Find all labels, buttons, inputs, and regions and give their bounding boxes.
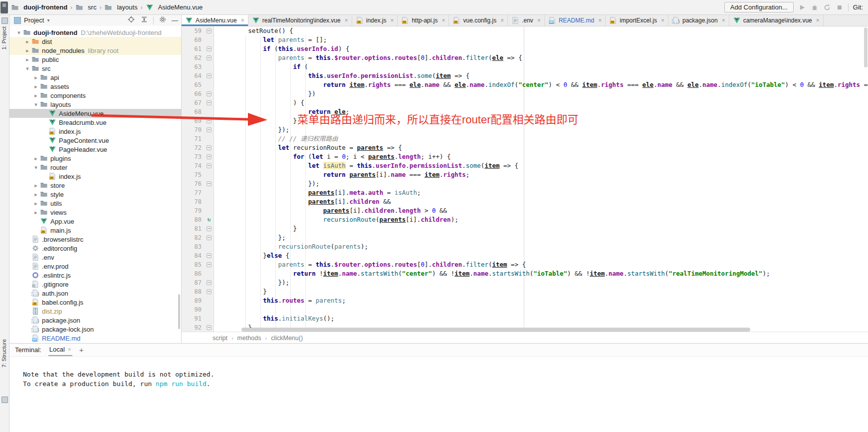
code-line-91[interactable]: 91 this.initialKeys(); — [182, 314, 868, 323]
tab-vue-config-js[interactable]: JSvue.config.js× — [449, 14, 508, 26]
tree-item-assets[interactable]: ▸assets — [9, 82, 181, 91]
tree-item--editorconfig[interactable]: .editorconfig — [9, 244, 181, 253]
tab-readme-md[interactable]: MDREADME.md× — [545, 14, 606, 26]
code-line-61[interactable]: 61 if (this.userInfo.id) { — [182, 44, 868, 53]
code-line-72[interactable]: 72 let recursionRoute = parents => { — [182, 143, 868, 152]
stop-icon[interactable] — [836, 3, 844, 11]
tree-item-asidemenu-vue[interactable]: AsideMenu.vue — [9, 109, 181, 118]
code-line-89[interactable]: 89 this.routes = parents; — [182, 296, 868, 305]
code-line-81[interactable]: 81 } — [182, 224, 868, 233]
tree-item-plugins[interactable]: ▸plugins — [9, 154, 181, 163]
tree-item-components[interactable]: ▸components — [9, 91, 181, 100]
tree-item-dist[interactable]: ▸dist — [9, 37, 181, 46]
code-line-79[interactable]: 79 parents[i].children.length > 0 && — [182, 206, 868, 215]
tree-item-views[interactable]: ▸views — [9, 208, 181, 217]
tree-item-public[interactable]: ▸public — [9, 55, 181, 64]
settings-gear-icon[interactable] — [159, 15, 167, 25]
chevron-right-icon[interactable]: ▸ — [32, 209, 40, 216]
fold-marker[interactable] — [205, 26, 214, 35]
close-icon[interactable]: × — [500, 17, 504, 24]
project-stripe-icon[interactable] — [1, 17, 8, 24]
code-line-84[interactable]: 84 }else { — [182, 251, 868, 260]
code-line-73[interactable]: 73 for (let i = 0; i < parents.length; i… — [182, 152, 868, 161]
terminal-tab-local[interactable]: Local × — [48, 344, 72, 356]
tab-index-js[interactable]: JSindex.js× — [352, 14, 398, 26]
chevron-down-icon[interactable]: ▾ — [32, 101, 40, 108]
fold-marker[interactable] — [205, 251, 214, 260]
fold-marker[interactable] — [205, 89, 214, 98]
tree-item-package-lock-json[interactable]: {..}package-lock.json — [9, 325, 181, 334]
chevron-right-icon[interactable]: ▸ — [32, 92, 40, 99]
code-line-65[interactable]: 65 return item.rights === ele.name && el… — [182, 80, 868, 89]
hscrollbar-thumb[interactable] — [241, 328, 750, 332]
new-terminal-button[interactable]: + — [79, 346, 84, 354]
fold-marker[interactable] — [205, 179, 214, 188]
tree-item-pageheader-vue[interactable]: PageHeader.vue — [9, 145, 181, 154]
fold-marker[interactable] — [205, 44, 214, 53]
tab-http-api-js[interactable]: JShttp-api.js× — [398, 14, 449, 26]
close-icon[interactable]: × — [598, 17, 602, 24]
tree-item--browserslistrc[interactable]: .browserslistrc — [9, 235, 181, 244]
debug-icon[interactable] — [811, 3, 819, 11]
tree-item-pagecontent-vue[interactable]: PageContent.vue — [9, 136, 181, 145]
code-line-85[interactable]: 85 parents = this.$router.options.routes… — [182, 260, 868, 269]
fold-marker[interactable] — [205, 53, 214, 62]
tree-item-main-js[interactable]: JSmain.js — [9, 226, 181, 235]
tree-item-style[interactable]: ▸style — [9, 190, 181, 199]
code-line-87[interactable]: 87 }); — [182, 278, 868, 287]
terminal-output[interactable]: Note that the development build is not o… — [9, 357, 868, 389]
close-icon[interactable]: × — [537, 17, 541, 24]
code-line-71[interactable]: 71 // // 递归权限路由 — [182, 134, 868, 143]
code-line-62[interactable]: 62 parents = this.$router.options.routes… — [182, 53, 868, 62]
run-icon[interactable] — [798, 3, 806, 11]
tab-asidemenu-vue[interactable]: AsideMenu.vue× — [182, 14, 248, 26]
code-line-76[interactable]: 76 }); — [182, 179, 868, 188]
code-line-77[interactable]: 77 parents[i].meta.auth = isAuth; — [182, 188, 868, 197]
fold-marker[interactable] — [205, 125, 214, 134]
add-configuration-button[interactable]: Add Configuration... — [724, 2, 794, 12]
fold-marker[interactable] — [205, 278, 214, 287]
code-line-69[interactable]: 69 } — [182, 116, 868, 125]
tree-item-package-json[interactable]: {..}package.json — [9, 316, 181, 325]
tree-item-layouts[interactable]: ▾layouts — [9, 100, 181, 109]
chevron-right-icon[interactable]: ▸ — [23, 56, 31, 63]
close-icon[interactable]: × — [816, 17, 820, 24]
breadcrumb-item-duoji-frontend[interactable]: duoji-frontend — [11, 3, 67, 11]
code-line-68[interactable]: 68 return ele; — [182, 107, 868, 116]
tree-item-src[interactable]: ▾src — [9, 64, 181, 73]
tree-item--env-prod[interactable]: .env.prod — [9, 262, 181, 271]
tree-item-readme-md[interactable]: MDREADME.md — [9, 334, 181, 343]
tree-item-utils[interactable]: ▸utils — [9, 199, 181, 208]
code-line-60[interactable]: 60 let parents = []; — [182, 35, 868, 44]
tree-item-index-js[interactable]: JSindex.js — [9, 127, 181, 136]
fold-marker[interactable] — [205, 71, 214, 80]
chevron-down-icon[interactable]: ▾ — [47, 17, 49, 23]
close-icon[interactable]: × — [68, 346, 71, 353]
chevron-right-icon[interactable]: ▸ — [23, 38, 31, 45]
fold-marker[interactable] — [205, 116, 214, 125]
tree-item--eslintrc-js[interactable]: .eslintrc.js — [9, 271, 181, 280]
chevron-right-icon[interactable]: ▸ — [32, 182, 40, 189]
breadcrumb-item-layouts[interactable]: layouts — [104, 3, 137, 11]
close-icon[interactable]: × — [345, 17, 348, 24]
tab-cameramanage-index-vue[interactable]: cameraManage\index.vue× — [729, 14, 824, 26]
tree-item-node-modules[interactable]: ▸node_moduleslibrary root — [9, 46, 181, 55]
tool-window-toggle-icon[interactable] — [0, 1, 8, 13]
fold-marker[interactable] — [205, 287, 214, 296]
tab-importexcel-js[interactable]: JSimportExcel.js× — [606, 14, 668, 26]
fold-marker[interactable] — [205, 98, 214, 107]
chevron-right-icon[interactable]: ▸ — [32, 155, 40, 162]
editor-breadcrumb-clickmenu-[interactable]: clickMenu() — [271, 335, 303, 342]
tab-realtimemonitoring-index-vue[interactable]: realTimeMonitoring\index.vue× — [248, 14, 352, 26]
breadcrumb-item-asidemenu-vue[interactable]: AsideMenu.vue — [146, 3, 203, 11]
project-panel-title[interactable]: Project — [24, 16, 44, 24]
tree-item-breadcrumb-vue[interactable]: Breadcrumb.vue — [9, 118, 181, 127]
tree-item-store[interactable]: ▸store — [9, 181, 181, 190]
structure-stripe-icon[interactable] — [1, 397, 8, 403]
tab--env[interactable]: .env× — [508, 14, 545, 26]
chevron-down-icon[interactable]: ▾ — [15, 29, 23, 36]
tree-item-dist-zip[interactable]: dist.zip — [9, 307, 181, 316]
project-scrollbar-thumb[interactable] — [178, 294, 180, 329]
code-line-88[interactable]: 88 } — [182, 287, 868, 296]
collapse-all-icon[interactable] — [140, 15, 148, 25]
